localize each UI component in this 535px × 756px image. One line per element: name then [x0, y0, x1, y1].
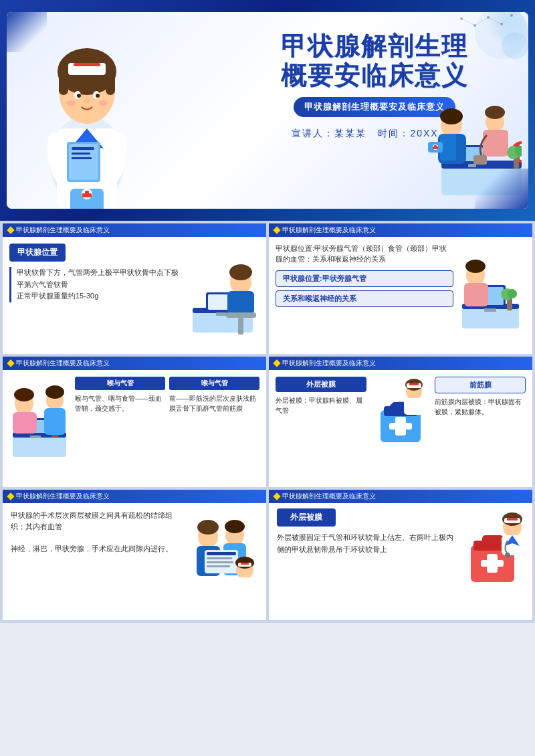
svg-rect-27 — [82, 193, 92, 197]
svg-rect-109 — [409, 383, 419, 385]
diamond-icon — [7, 359, 14, 367]
svg-rect-130 — [481, 560, 504, 567]
card6-text: 外层被膜固定于气管和环状软骨上估左、右两叶上极内侧的甲状悬韧带悬吊于环状软骨上 — [277, 532, 459, 556]
card3-text2: 前——即筋洗的层次皮肤浅筋膜舌骨下肌群气管前筋膜 — [169, 393, 259, 413]
svg-rect-98 — [44, 408, 66, 435]
svg-rect-106 — [404, 398, 424, 415]
svg-rect-31 — [106, 72, 115, 95]
card5-body: 甲状腺的手术层次两层被膜之间具有疏松的结缔组织；其内有血管 神经，淋巴，甲状旁腺… — [3, 503, 266, 603]
svg-point-39 — [98, 100, 108, 106]
slide-card-1: 甲状腺解剖生理概要及临床意义 甲状腺位置 甲状软骨下方，气管两旁上极平甲状软骨中… — [3, 223, 266, 354]
slide-header-2: 甲状腺解剖生理概要及临床意义 — [269, 223, 532, 237]
card3-middle: 喉与气管 喉与气管、咽与食管——颈血管鞘，颈交感于。 喉与气管 前——即筋洗的层… — [75, 377, 259, 413]
diamond-icon — [273, 359, 280, 367]
svg-point-85 — [465, 260, 486, 273]
svg-rect-23 — [72, 157, 92, 159]
diamond-icon — [273, 226, 280, 233]
svg-rect-74 — [238, 318, 243, 335]
card1-left: 甲状腺位置 甲状软骨下方，气管两旁上极平甲状软骨中点下极平第六气管软骨 正常甲状… — [9, 244, 181, 347]
card4-left: 外层被膜 外层被膜：甲状腺科被膜、属气管 — [276, 377, 366, 415]
svg-rect-128 — [482, 535, 504, 545]
hero-title: 甲状腺解剖生理 概要安临床意义 — [261, 32, 488, 90]
nurse-illustration — [20, 28, 160, 209]
svg-rect-137 — [507, 518, 518, 521]
svg-rect-119 — [207, 561, 233, 563]
svg-rect-122 — [235, 577, 255, 597]
svg-rect-104 — [389, 423, 412, 430]
svg-rect-73 — [226, 312, 256, 318]
slide-header-3: 甲状腺解剖生理概要及临床意义 — [3, 357, 266, 370]
svg-point-82 — [508, 289, 517, 298]
svg-rect-57 — [433, 147, 438, 149]
right-figures — [415, 88, 522, 209]
svg-rect-120 — [207, 565, 230, 567]
svg-rect-90 — [30, 436, 41, 438]
svg-rect-21 — [72, 147, 94, 150]
card6-figure — [464, 508, 524, 595]
card3-figure — [9, 377, 70, 464]
svg-point-53 — [440, 108, 463, 124]
card6-title: 外层被膜 — [277, 508, 336, 527]
svg-line-7 — [461, 19, 475, 25]
svg-rect-71 — [227, 291, 254, 314]
svg-line-10 — [502, 15, 512, 24]
card1-position-label: 甲状腺位置 — [9, 244, 66, 262]
card2-intro: 甲状腺位置:甲状旁腺气管（颈部）食管（颈部）甲状腺的血管：关系和喉返神经的关系 — [276, 244, 453, 265]
card4-label-right: 前筋膜 — [435, 377, 526, 393]
svg-point-72 — [229, 264, 252, 280]
card4-figure — [370, 377, 431, 464]
svg-rect-61 — [473, 155, 487, 165]
hero-inner: 甲状腺解剖生理 概要安临床意义 甲状腺解剖生理概要安及临床意义 宣讲人：某某某 … — [7, 12, 528, 209]
card5-figure — [185, 510, 258, 597]
svg-point-38 — [66, 100, 76, 106]
card3-box2: 喉与气管 — [169, 377, 259, 390]
card3-box1: 喉与气管 — [75, 377, 165, 390]
svg-point-1 — [502, 32, 528, 59]
svg-point-4 — [487, 16, 490, 19]
card4-text-left: 外层被膜：甲状腺科被膜、属气管 — [276, 395, 366, 415]
diamond-icon — [7, 492, 14, 500]
card4-text-right: 前筋膜内层被膜：甲状腺固有被膜，紧贴腺体。 — [435, 397, 526, 417]
svg-rect-52 — [447, 134, 456, 161]
slide-body-1: 甲状腺位置 甲状软骨下方，气管两旁上极平甲状软骨中点下极平第六气管软骨 正常甲状… — [3, 237, 266, 353]
card2-btn2: 关系和喉返神经的关系 — [276, 290, 453, 307]
diamond-icon — [7, 226, 14, 233]
svg-rect-117 — [207, 552, 236, 555]
svg-point-96 — [14, 388, 34, 401]
svg-line-9 — [488, 17, 502, 24]
card1-right — [186, 244, 259, 347]
slide-header-1: 甲状腺解剖生理概要及临床意义 — [3, 223, 266, 237]
slides-grid: 甲状腺解剖生理概要及临床意义 甲状腺位置 甲状软骨下方，气管两旁上极平甲状软骨中… — [0, 221, 535, 623]
card5-text: 甲状腺的手术层次两层被膜之间具有疏松的结缔组织；其内有血管 神经，淋巴，甲状旁腺… — [11, 510, 178, 597]
svg-point-37 — [96, 94, 100, 98]
svg-point-40 — [84, 99, 90, 103]
svg-point-36 — [77, 94, 81, 98]
card3-text1: 喉与气管、咽与食管——颈血管鞘，颈交感于。 — [75, 393, 165, 413]
card4-right: 前筋膜 前筋膜内层被膜：甲状腺固有被膜，紧贴腺体。 — [435, 377, 526, 417]
slide-card-4: 甲状腺解剖生理概要及临床意义 外层被膜 外层被膜：甲状腺科被膜、属气管 — [269, 357, 532, 487]
card2-content: 甲状腺位置:甲状旁腺气管（颈部）食管（颈部）甲状腺的血管：关系和喉返神经的关系 … — [276, 244, 453, 346]
svg-rect-33 — [74, 63, 100, 66]
svg-rect-22 — [72, 153, 90, 155]
svg-point-3 — [473, 24, 476, 27]
svg-rect-118 — [207, 557, 232, 559]
slide-card-6: 甲状腺解剖生理概要及临床意义 外层被膜 外层被膜固定于气管和环状软骨上估左、右两… — [269, 490, 532, 620]
slide-header-6: 甲状腺解剖生理概要及临床意义 — [269, 490, 532, 503]
svg-point-2 — [460, 17, 463, 20]
svg-line-8 — [475, 17, 488, 25]
svg-point-112 — [197, 520, 219, 535]
svg-point-99 — [45, 385, 64, 399]
svg-point-138 — [505, 553, 510, 558]
svg-rect-125 — [241, 563, 249, 565]
svg-point-60 — [485, 106, 505, 119]
slide-header-5: 甲状腺解剖生理概要及临床意义 — [3, 490, 266, 503]
slide-header-4: 甲状腺解剖生理概要及临床意义 — [269, 357, 532, 370]
svg-rect-30 — [59, 72, 68, 95]
svg-rect-95 — [13, 412, 37, 434]
svg-point-5 — [500, 23, 503, 25]
svg-rect-84 — [464, 283, 488, 306]
slide-card-5: 甲状腺解剖生理概要及临床意义 甲状腺的手术层次两层被膜之间具有疏松的结缔组织；其… — [3, 490, 266, 620]
card2-btn1: 甲状腺位置:甲状旁腺气管 — [276, 270, 453, 287]
svg-rect-59 — [483, 130, 508, 157]
svg-rect-69 — [216, 312, 227, 316]
